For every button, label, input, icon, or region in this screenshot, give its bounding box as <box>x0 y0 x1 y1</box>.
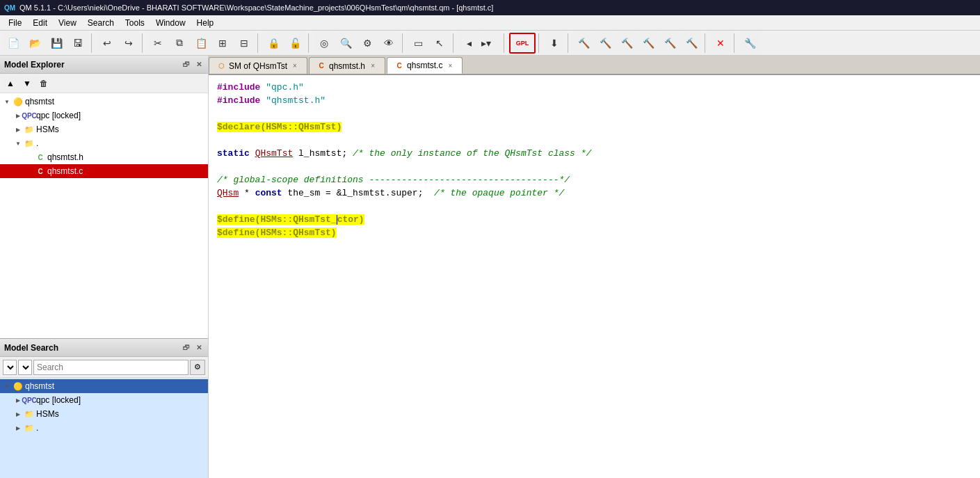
download-button[interactable]: ⬇ <box>544 33 565 54</box>
build6-button[interactable]: 🔨 <box>681 33 702 54</box>
target-button[interactable]: ◎ <box>314 33 335 54</box>
model-explorer-header: Model Explorer 🗗 ✕ <box>0 56 208 74</box>
wrench-button[interactable]: 🔧 <box>739 33 760 54</box>
s-qpc-icon: QPC <box>24 395 35 406</box>
s-folder-icon-qhsmtst: 🟡 <box>13 381 24 392</box>
nav-back-button[interactable]: ◂ <box>458 33 479 54</box>
h-tab-close[interactable]: × <box>368 61 378 71</box>
save-all-button[interactable]: 💾 <box>46 33 67 54</box>
search-toolbar-button[interactable]: 🔍 <box>335 33 356 54</box>
new-button[interactable]: 📄 <box>3 33 24 54</box>
sm-tab-label: SM of QHsmTst <box>229 61 287 71</box>
search-tree-qpc[interactable]: ▶ QPC qpc [locked] <box>0 393 208 407</box>
build3-button[interactable]: 🔨 <box>616 33 637 54</box>
title-text: QM 5.1.1 - C:\Users\nieki\OneDrive - BHA… <box>19 3 493 12</box>
expand-down-button[interactable]: ▼ <box>19 76 35 91</box>
unlock-button[interactable]: 🔓 <box>284 33 305 54</box>
copy-button[interactable]: ⧉ <box>169 33 190 54</box>
gpl-button[interactable]: GPL <box>509 33 536 54</box>
screen-button[interactable]: ▭ <box>408 33 428 54</box>
text-cursor <box>337 215 337 225</box>
separator-3 <box>257 33 260 53</box>
cut-button[interactable]: ✂ <box>147 33 168 54</box>
toggle-dot[interactable]: ▼ <box>14 139 22 148</box>
sm-tab-close[interactable]: × <box>290 61 300 71</box>
toggle-qhsmtst[interactable]: ▼ <box>3 97 11 106</box>
build5-button[interactable]: 🔨 <box>659 33 680 54</box>
h-tab-icon: C <box>316 61 326 71</box>
s-hsms-icon: 📁 <box>24 408 35 420</box>
code-line-4: $declare(HSMs::QHsmTst) <box>217 120 972 134</box>
tab-qhsmtst-c[interactable]: C qhsmtst.c × <box>387 57 463 74</box>
left-panel: Model Explorer 🗗 ✕ ▲ ▼ 🗑 ▼ 🟡 qhsmtst <box>0 56 209 478</box>
separator-6 <box>453 33 456 53</box>
stop-button[interactable]: ✕ <box>710 33 731 54</box>
search-tree-hsms[interactable]: ▶ 📁 HSMs <box>0 407 208 421</box>
search-restore-button[interactable]: 🗗 <box>182 343 191 353</box>
s-dot-icon: 📁 <box>24 422 35 433</box>
s-toggle-dot[interactable]: ▶ <box>14 424 22 432</box>
code-line-2: #include "qhsmtst.h" <box>217 94 972 107</box>
menu-window[interactable]: Window <box>150 17 191 29</box>
menu-file[interactable]: File <box>3 17 27 29</box>
nav-fwd-button[interactable]: ▸▾ <box>480 33 501 54</box>
tree-item-hsms[interactable]: ▶ 📁 HSMs <box>0 122 208 136</box>
close-panel-button[interactable]: ✕ <box>194 60 204 70</box>
delete-button[interactable]: 🗑 <box>36 76 51 91</box>
panel-controls: 🗗 ✕ <box>182 60 204 70</box>
tree-item-qhsmtst-c[interactable]: C qhsmtst.c <box>0 164 208 178</box>
folder-icon-qhsmtst: 🟡 <box>13 96 24 107</box>
toggle-hsms[interactable]: ▶ <box>14 125 22 134</box>
redo-button[interactable]: ↪ <box>118 33 139 54</box>
model-search-header: Model Search 🗗 ✕ <box>0 339 208 357</box>
menu-tools[interactable]: Tools <box>120 17 150 29</box>
lock-button[interactable]: 🔒 <box>263 33 284 54</box>
right-panel: ⬡ SM of QHsmTst × C qhsmtst.h × C qhsmts… <box>209 56 980 478</box>
toggle-qhsmtst-h <box>25 153 33 161</box>
menu-view[interactable]: View <box>53 17 82 29</box>
eye-button[interactable]: 👁 <box>378 33 399 54</box>
search-tree-dot[interactable]: ▶ 📁 . <box>0 421 208 435</box>
search-close-button[interactable]: ✕ <box>194 343 204 353</box>
code-line-10 <box>217 200 972 213</box>
c-tab-icon: C <box>394 61 404 70</box>
search-input[interactable] <box>33 360 188 375</box>
paste-button[interactable]: 📋 <box>191 33 211 54</box>
expand-up-button[interactable]: ▲ <box>3 76 18 91</box>
tree-item-qhsmtst-h[interactable]: C qhsmtst.h <box>0 150 208 164</box>
s-toggle-hsms[interactable]: ▶ <box>14 410 22 418</box>
menu-help[interactable]: Help <box>191 17 220 29</box>
separator-5 <box>402 33 405 53</box>
sm-tab-icon: ⬡ <box>216 61 226 71</box>
code-editor[interactable]: #include "qpc.h" #include "qhsmtst.h" $d… <box>209 75 980 478</box>
tab-qhsmtst-h[interactable]: C qhsmtst.h × <box>309 57 385 74</box>
search-scope-dropdown[interactable]: ▼ <box>18 360 32 375</box>
pointer-button[interactable]: ↖ <box>429 33 450 54</box>
build2-button[interactable]: 🔨 <box>595 33 616 54</box>
search-tree-qhsmtst[interactable]: ▼ 🟡 qhsmtst <box>0 379 208 393</box>
separator-2 <box>142 33 145 53</box>
build4-button[interactable]: 🔨 <box>638 33 659 54</box>
menu-search[interactable]: Search <box>82 17 120 29</box>
build-button[interactable]: 🔨 <box>573 33 594 54</box>
tree-item-qpc[interactable]: ▶ QPC qpc [locked] <box>0 109 208 122</box>
restore-button[interactable]: 🗗 <box>182 60 191 70</box>
copy2-button[interactable]: ⊞ <box>212 33 233 54</box>
tab-sm-qhsmtst[interactable]: ⬡ SM of QHsmTst × <box>209 57 307 74</box>
menu-edit[interactable]: Edit <box>27 17 53 29</box>
separator-4 <box>308 33 311 53</box>
tree-item-qhsmtst[interactable]: ▼ 🟡 qhsmtst <box>0 95 208 109</box>
adjust-button[interactable]: ⚙ <box>357 33 378 54</box>
c-tab-close[interactable]: × <box>445 61 455 70</box>
search-type-dropdown[interactable]: ▼ <box>3 360 17 375</box>
hsms-folder-icon: 📁 <box>24 124 35 135</box>
tree-item-dot[interactable]: ▼ 📁 . <box>0 136 208 150</box>
dot-folder-icon: 📁 <box>24 138 35 149</box>
s-toggle-qhsmtst[interactable]: ▼ <box>3 382 11 390</box>
open-button[interactable]: 📂 <box>24 33 45 54</box>
qpc-icon: QPC <box>24 110 35 121</box>
undo-button[interactable]: ↩ <box>97 33 118 54</box>
save-button[interactable]: 🖫 <box>67 33 88 54</box>
search-go-button[interactable]: ⚙ <box>190 360 205 375</box>
paste2-button[interactable]: ⊟ <box>234 33 255 54</box>
